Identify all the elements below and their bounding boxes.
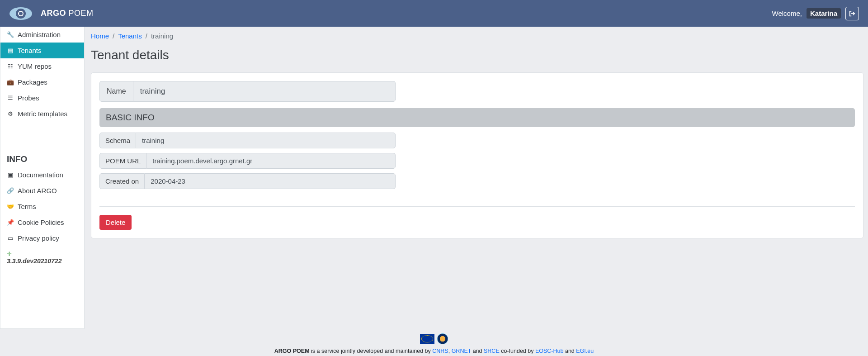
sidebar-item-metric-templates[interactable]: ⚙ Metric templates xyxy=(0,106,84,122)
book-icon: ▣ xyxy=(7,171,14,178)
card-icon: ▤ xyxy=(7,47,14,54)
section-basic-info: BASIC INFO xyxy=(99,108,855,127)
breadcrumb-sep: / xyxy=(146,32,147,40)
sidebar-item-label: About ARGO xyxy=(18,187,57,195)
sidebar-item-label: Tenants xyxy=(18,47,42,54)
sidebar-item-label: YUM repos xyxy=(18,62,52,70)
sidebar-item-cookie-policies[interactable]: 📌 Cookie Policies xyxy=(0,214,84,230)
breadcrumb-sep: / xyxy=(113,32,114,40)
logout-icon xyxy=(849,10,855,17)
page-title: Tenant details xyxy=(91,48,863,62)
sidebar-item-documentation[interactable]: ▣ Documentation xyxy=(0,167,84,183)
header-right: Welcome, Katarina xyxy=(772,7,859,20)
breadcrumb: Home / Tenants / training xyxy=(91,32,863,40)
brand-title: ARGO POEM xyxy=(41,9,94,18)
field-value-created-on: 2020-04-23 xyxy=(144,173,396,189)
sidebar: 🔧 Administration ▤ Tenants ☷ YUM repos 💼… xyxy=(0,27,85,329)
field-label-poem-url: POEM URL xyxy=(99,153,146,169)
brand-bold: ARGO xyxy=(41,9,66,18)
sidebar-item-label: Documentation xyxy=(18,171,63,179)
logo-eye-icon xyxy=(9,6,33,21)
brand-thin: POEM xyxy=(69,9,94,18)
field-poem-url: POEM URL training.poem.devel.argo.grnet.… xyxy=(99,153,396,169)
footer-link-grnet[interactable]: GRNET xyxy=(452,348,472,354)
hands-icon: 🤝 xyxy=(7,203,14,210)
crosshair-icon: ✛ xyxy=(7,251,78,257)
sidebar-item-probes[interactable]: ☰ Probes xyxy=(0,90,84,106)
sidebar-item-label: Packages xyxy=(18,78,47,86)
server-icon: ☰ xyxy=(7,95,14,101)
field-value-poem-url: training.poem.devel.argo.grnet.gr xyxy=(146,153,396,169)
eosc-logo-icon xyxy=(437,333,448,344)
welcome-text: Welcome, xyxy=(772,9,802,17)
delete-button[interactable]: Delete xyxy=(99,215,132,230)
footer-link-eosc[interactable]: EOSC-Hub xyxy=(535,348,564,354)
field-name: Name training xyxy=(99,81,396,102)
username-badge: Katarina xyxy=(807,8,841,19)
field-label-created-on: Created on xyxy=(99,173,144,189)
main-content: Home / Tenants / training Tenant details… xyxy=(85,27,868,329)
footer-logos xyxy=(0,333,868,344)
sidebar-item-label: Terms xyxy=(18,203,36,210)
sidebar-item-packages[interactable]: 💼 Packages xyxy=(0,74,84,90)
field-label-name: Name xyxy=(99,81,133,102)
footer-link-cnrs[interactable]: CNRS xyxy=(432,348,448,354)
sidebar-item-privacy-policy[interactable]: ▭ Privacy policy xyxy=(0,230,84,246)
briefcase-icon: 💼 xyxy=(7,79,14,85)
version-box: ✛ 3.3.9.dev20210722 xyxy=(0,246,84,269)
wrench-icon: 🔧 xyxy=(7,31,14,38)
breadcrumb-tenants[interactable]: Tenants xyxy=(118,32,142,40)
field-created-on: Created on 2020-04-23 xyxy=(99,173,396,189)
breadcrumb-home[interactable]: Home xyxy=(91,32,109,40)
sidebar-item-terms[interactable]: 🤝 Terms xyxy=(0,199,84,214)
footer-link-egi[interactable]: EGI.eu xyxy=(576,348,594,354)
footer: ARGO POEM is a service jointly developed… xyxy=(0,329,868,356)
sidebar-item-label: Metric templates xyxy=(18,110,67,118)
nav-info: ▣ Documentation 🔗 About ARGO 🤝 Terms 📌 C… xyxy=(0,167,84,246)
field-schema: Schema training xyxy=(99,133,396,148)
cog-icon: ⚙ xyxy=(7,110,14,117)
sidebar-item-label: Privacy policy xyxy=(18,234,59,242)
footer-text: ARGO POEM is a service jointly developed… xyxy=(0,348,868,354)
sidebar-item-label: Administration xyxy=(18,31,61,38)
logout-button[interactable] xyxy=(845,7,859,20)
svg-point-3 xyxy=(19,12,23,15)
field-value-name: training xyxy=(133,81,396,102)
nav-primary: 🔧 Administration ▤ Tenants ☷ YUM repos 💼… xyxy=(0,27,84,122)
boxes-icon: ☷ xyxy=(7,63,14,70)
eu-flag-icon xyxy=(420,334,434,344)
field-label-schema: Schema xyxy=(99,133,136,148)
tenant-card: Name training BASIC INFO Schema training… xyxy=(91,72,863,238)
sidebar-item-yum-repos[interactable]: ☷ YUM repos xyxy=(0,58,84,74)
sidebar-item-label: Cookie Policies xyxy=(18,218,64,226)
sidebar-item-label: Probes xyxy=(18,94,39,102)
link-icon: 🔗 xyxy=(7,187,14,194)
divider xyxy=(99,206,855,207)
field-value-schema: training xyxy=(136,133,396,148)
sidebar-item-about-argo[interactable]: 🔗 About ARGO xyxy=(0,183,84,199)
breadcrumb-current: training xyxy=(151,32,173,40)
version-text: 3.3.9.dev20210722 xyxy=(7,257,78,265)
idcard-icon: ▭ xyxy=(7,235,14,242)
app-header: ARGO POEM Welcome, Katarina xyxy=(0,0,868,27)
sidebar-info-heading: INFO xyxy=(0,149,84,167)
sidebar-item-administration[interactable]: 🔧 Administration xyxy=(0,27,84,43)
header-left: ARGO POEM xyxy=(9,6,94,21)
footer-brand: ARGO POEM xyxy=(274,348,310,354)
sidebar-item-tenants[interactable]: ▤ Tenants xyxy=(0,43,84,58)
footer-link-srce[interactable]: SRCE xyxy=(484,348,500,354)
pin-icon: 📌 xyxy=(7,219,14,226)
